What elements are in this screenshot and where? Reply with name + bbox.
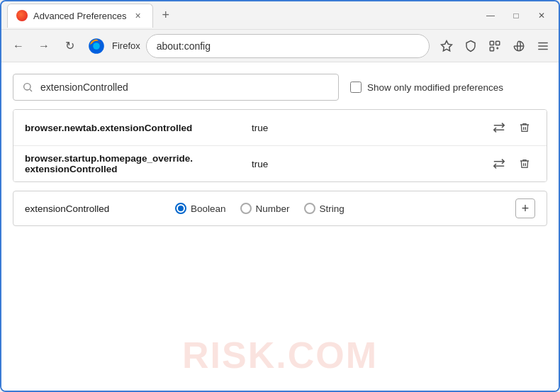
add-preference-row: extensionControlled Boolean Number Strin… bbox=[13, 191, 547, 226]
tab-close-button[interactable]: × bbox=[133, 9, 144, 23]
browser-tab[interactable]: Advanced Preferences × bbox=[7, 4, 153, 28]
firefox-favicon bbox=[16, 10, 28, 21]
type-number-option[interactable]: Number bbox=[240, 203, 290, 214]
svg-rect-5 bbox=[496, 41, 500, 45]
sync-icon[interactable] bbox=[509, 36, 529, 56]
svg-marker-3 bbox=[442, 40, 452, 50]
string-radio-circle[interactable] bbox=[304, 203, 315, 214]
toggle-button-1[interactable] bbox=[488, 117, 510, 138]
svg-rect-4 bbox=[490, 41, 493, 45]
svg-line-11 bbox=[30, 89, 32, 91]
tab-title: Advanced Preferences bbox=[33, 11, 127, 21]
number-radio-circle[interactable] bbox=[240, 203, 252, 214]
browser-name-label: Firefox bbox=[112, 40, 140, 51]
row-actions-1 bbox=[488, 117, 535, 138]
results-table: browser.newtab.extensionControlled true bbox=[13, 109, 547, 182]
table-row: browser.newtab.extensionControlled true bbox=[13, 110, 547, 146]
boolean-radio-circle[interactable] bbox=[175, 203, 186, 214]
type-radio-group: Boolean Number String bbox=[175, 203, 345, 214]
nav-bar: ← → ↻ Firefox about:config bbox=[1, 30, 559, 62]
title-bar: Advanced Preferences × + — □ ✕ bbox=[1, 1, 559, 30]
table-row: browser.startup.homepage_override.extens… bbox=[13, 146, 547, 181]
svg-point-10 bbox=[24, 84, 30, 90]
bookmark-icon[interactable] bbox=[437, 36, 457, 56]
firefox-logo-icon bbox=[88, 38, 105, 55]
back-button[interactable]: ← bbox=[7, 35, 30, 57]
delete-button-1[interactable] bbox=[514, 117, 535, 138]
pref-value-2: true bbox=[252, 159, 488, 169]
address-text: about:config bbox=[157, 40, 211, 52]
svg-point-2 bbox=[93, 43, 100, 50]
search-input[interactable] bbox=[40, 82, 330, 93]
string-label: String bbox=[320, 203, 345, 214]
boolean-label: Boolean bbox=[191, 203, 226, 214]
row-actions-2 bbox=[488, 153, 535, 174]
type-boolean-option[interactable]: Boolean bbox=[175, 203, 226, 214]
shield-icon[interactable] bbox=[461, 36, 481, 56]
svg-rect-6 bbox=[490, 47, 493, 50]
minimize-button[interactable]: — bbox=[479, 6, 502, 26]
maximize-button[interactable]: □ bbox=[505, 6, 527, 26]
new-pref-name: extensionControlled bbox=[25, 203, 167, 214]
page-content: RISK.COM Show only modified preferences … bbox=[1, 62, 559, 391]
reload-button[interactable]: ↻ bbox=[58, 35, 81, 57]
type-string-option[interactable]: String bbox=[304, 203, 345, 214]
pref-value-1: true bbox=[252, 123, 488, 133]
pref-name-1: browser.newtab.extensionControlled bbox=[25, 123, 252, 133]
show-modified-text: Show only modified preferences bbox=[367, 82, 503, 93]
pref-name-2: browser.startup.homepage_override.extens… bbox=[25, 153, 252, 174]
nav-icons bbox=[437, 36, 553, 56]
preference-search-box[interactable] bbox=[13, 74, 339, 101]
delete-button-2[interactable] bbox=[514, 153, 535, 174]
new-tab-button[interactable]: + bbox=[156, 6, 176, 26]
extensions-icon[interactable] bbox=[485, 36, 505, 56]
address-bar[interactable]: about:config bbox=[146, 34, 430, 58]
show-modified-label[interactable]: Show only modified preferences bbox=[350, 82, 503, 93]
search-row: Show only modified preferences bbox=[13, 74, 547, 101]
menu-icon[interactable] bbox=[533, 36, 553, 56]
toggle-button-2[interactable] bbox=[488, 153, 510, 174]
show-modified-checkbox[interactable] bbox=[350, 82, 362, 93]
search-icon bbox=[22, 82, 33, 93]
window-controls: — □ ✕ bbox=[479, 6, 553, 26]
watermark: RISK.COM bbox=[182, 334, 378, 376]
number-label: Number bbox=[256, 203, 290, 214]
browser-window: Advanced Preferences × + — □ ✕ ← → ↻ Fir… bbox=[0, 0, 560, 392]
add-preference-button[interactable]: + bbox=[515, 198, 535, 218]
close-button[interactable]: ✕ bbox=[530, 6, 553, 26]
forward-button[interactable]: → bbox=[33, 35, 55, 57]
